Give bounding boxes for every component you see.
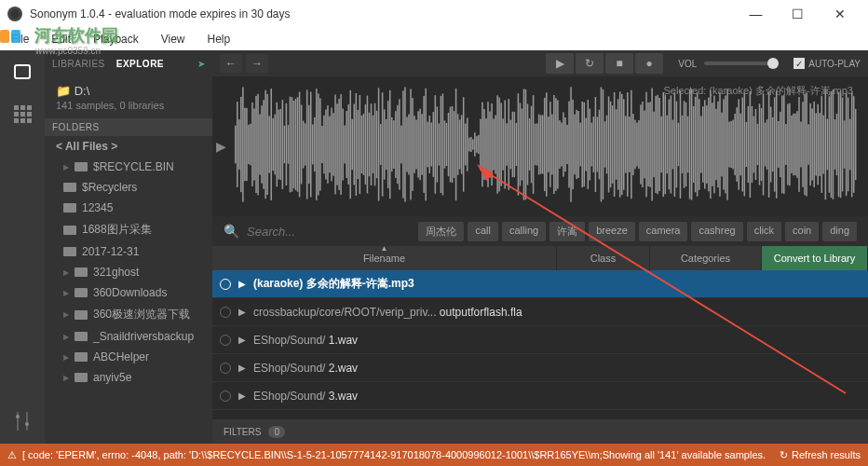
waveform-display[interactable] (235, 84, 857, 205)
folder-item[interactable]: ▶$RECYCLE.BIN (45, 157, 212, 177)
row-select-icon[interactable] (220, 335, 231, 346)
play-button[interactable]: ▶ (546, 53, 574, 74)
svg-rect-279 (730, 121, 732, 168)
svg-rect-295 (761, 108, 763, 181)
menu-edit[interactable]: Edit (47, 31, 75, 48)
row-select-icon[interactable] (220, 363, 231, 374)
rail-browse-icon[interactable] (11, 62, 34, 84)
column-class[interactable]: Class (557, 246, 650, 270)
folder-item[interactable]: ▶ABCHelper (45, 347, 212, 367)
svg-rect-131 (452, 106, 454, 183)
svg-rect-219 (617, 99, 619, 190)
svg-rect-296 (763, 93, 765, 195)
folder-item[interactable]: 1688图片采集 (45, 218, 212, 241)
search-tag[interactable]: 许嵩 (549, 222, 585, 241)
maximize-button[interactable]: ☐ (777, 0, 819, 28)
nav-back-button[interactable]: ← (220, 54, 242, 73)
svg-rect-221 (621, 94, 623, 195)
svg-rect-98 (389, 90, 391, 199)
convert-to-library-button[interactable]: Convert to Library (762, 246, 868, 270)
table-row[interactable]: ▶ EShop/Sound/ 3.wav (212, 382, 868, 410)
menu-file[interactable]: File (7, 31, 33, 48)
row-play-icon[interactable]: ▶ (238, 307, 246, 317)
svg-rect-212 (604, 121, 606, 167)
svg-rect-32 (264, 90, 266, 199)
svg-rect-79 (354, 104, 356, 185)
volume-slider[interactable] (704, 62, 779, 65)
svg-rect-65 (327, 105, 329, 184)
svg-rect-93 (380, 124, 382, 165)
folder-item[interactable]: ▶360极速浏览器下载 (45, 303, 212, 326)
svg-rect-196 (574, 115, 576, 175)
search-tag[interactable]: call (468, 222, 498, 241)
search-tag[interactable]: camera (639, 222, 688, 241)
folder-item[interactable]: ▶anyiv5e (45, 367, 212, 388)
loop-button[interactable]: ↻ (576, 53, 604, 74)
row-play-icon[interactable]: ▶ (238, 391, 246, 401)
folder-list[interactable]: < All Files > ▶$RECYCLE.BIN $Recyclers 1… (45, 136, 212, 444)
search-input[interactable] (247, 225, 411, 239)
minimize-button[interactable]: — (735, 0, 777, 28)
search-tag[interactable]: coin (785, 222, 819, 241)
svg-rect-24 (250, 124, 251, 166)
folder-item[interactable]: ▶321ghost (45, 262, 212, 282)
menu-help[interactable]: Help (204, 31, 235, 48)
folder-item[interactable]: ▶360Downloads (45, 282, 212, 303)
tab-explore[interactable]: EXPLORE (116, 59, 164, 69)
autoplay-checkbox[interactable]: ✓ (793, 58, 805, 69)
svg-rect-331 (829, 96, 831, 193)
row-play-icon[interactable]: ▶ (238, 279, 246, 289)
svg-rect-47 (293, 101, 295, 188)
sidebar-arrow-icon[interactable]: ➤ (197, 59, 206, 69)
folder-item[interactable]: 12345 (45, 198, 212, 218)
nav-forward-button[interactable]: → (246, 54, 268, 73)
menu-playback[interactable]: Playback (89, 31, 142, 48)
svg-rect-199 (579, 123, 581, 167)
search-tag[interactable]: click (747, 222, 781, 241)
search-tag[interactable]: breeze (589, 222, 635, 241)
svg-rect-228 (634, 120, 636, 170)
search-tag[interactable]: calling (502, 222, 546, 241)
svg-rect-251 (678, 123, 680, 166)
record-button[interactable]: ● (635, 53, 663, 74)
table-row[interactable]: ▶ (karaoke) 多余的解释-许嵩.mp3 (212, 270, 868, 298)
file-table[interactable]: ▶ (karaoke) 多余的解释-许嵩.mp3 ▶ crossbackup/c… (212, 270, 868, 419)
search-tag[interactable]: cashreg (691, 222, 742, 241)
filters-label[interactable]: FILTERS (224, 427, 261, 437)
stop-button[interactable]: ■ (605, 53, 633, 74)
svg-rect-187 (557, 100, 559, 188)
rail-grid-icon[interactable] (11, 103, 34, 125)
sample-count: 141 samples, 0 libraries (56, 100, 201, 111)
svg-rect-230 (638, 120, 640, 169)
svg-rect-234 (645, 92, 647, 198)
svg-rect-58 (314, 117, 316, 171)
svg-rect-135 (459, 119, 461, 169)
svg-rect-51 (301, 105, 303, 185)
svg-rect-176 (536, 123, 538, 165)
close-button[interactable]: ✕ (819, 0, 861, 28)
svg-rect-159 (504, 101, 506, 189)
row-play-icon[interactable]: ▶ (238, 335, 246, 345)
waveform-play-icon[interactable]: ▶ (216, 139, 226, 154)
menu-view[interactable]: View (157, 31, 189, 48)
search-tag[interactable]: 周杰伦 (418, 222, 464, 241)
rail-settings-icon[interactable] (11, 410, 34, 432)
column-categories[interactable]: Categories (650, 246, 762, 270)
column-filename[interactable]: ▲ Filename (212, 246, 557, 270)
svg-rect-248 (672, 120, 674, 170)
tab-libraries[interactable]: LIBRARIES (52, 59, 105, 69)
search-tag[interactable]: ding (822, 222, 857, 241)
table-row[interactable]: ▶ EShop/Sound/ 2.wav (212, 354, 868, 382)
folder-item[interactable]: 2017-12-31 (45, 241, 212, 262)
row-select-icon[interactable] (220, 279, 231, 290)
folder-item[interactable]: $Recyclers (45, 177, 212, 198)
folder-all-files[interactable]: < All Files > (45, 136, 212, 157)
row-select-icon[interactable] (220, 307, 231, 318)
row-select-icon[interactable] (220, 391, 231, 402)
row-play-icon[interactable]: ▶ (238, 363, 246, 373)
refresh-results-button[interactable]: ↻ Refresh results (780, 449, 861, 461)
folder-item[interactable]: ▶_Snaildriversbackup (45, 326, 212, 347)
table-row[interactable]: ▶ crossbackup/core/ROOT/verip_priv... ou… (212, 298, 868, 326)
svg-rect-150 (487, 102, 489, 187)
table-row[interactable]: ▶ EShop/Sound/ 1.wav (212, 326, 868, 354)
